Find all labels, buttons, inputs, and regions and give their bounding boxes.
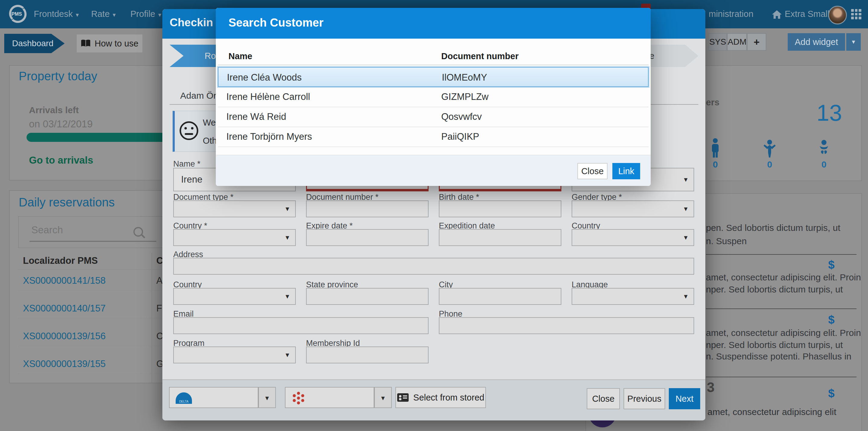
baby-counter: 0 [815, 140, 833, 170]
delta-scanner-icon: DELTA [176, 392, 192, 404]
column-header-name: Name [228, 51, 252, 61]
baby-icon [817, 140, 831, 158]
child-count: 0 [761, 159, 779, 170]
customer-name: Irene Torbjörn Myers [226, 127, 312, 147]
checkin-previous-button[interactable]: Previous [623, 388, 665, 409]
search-icon[interactable] [133, 227, 143, 237]
apps-grid-icon[interactable] [851, 9, 861, 19]
chevron-down-icon: ▼ [683, 293, 689, 300]
how-to-use-button[interactable]: How to use [76, 34, 143, 53]
program-select[interactable]: ▼ [173, 346, 296, 363]
chevron-down-icon: ▼ [284, 234, 290, 241]
search-customer-header: Search Customer [216, 8, 651, 39]
chevron-down-icon: ▼ [683, 206, 689, 213]
state-province-field[interactable] [306, 288, 429, 305]
adult-count: 0 [706, 159, 724, 170]
currency-icon[interactable]: $ [828, 313, 835, 326]
checkin-close-button[interactable]: Close [587, 388, 620, 409]
reservations-col1-header: Localizador PMS [23, 255, 98, 266]
gender-type-select[interactable]: ▼ [571, 201, 694, 217]
nav-item-property[interactable]: Extra Small [785, 9, 829, 19]
travelers-total: 13 [812, 100, 842, 126]
reservation-row-link[interactable]: XS0000000140/157 [23, 303, 105, 314]
search-link-button[interactable]: Link [612, 163, 640, 179]
scanner-dots-caret-button[interactable]: ▼ [374, 387, 392, 408]
travelers-header-fragment: ers [706, 97, 719, 107]
country2-select[interactable]: ▼ [571, 229, 694, 246]
select-from-stored-button[interactable]: Select from stored [395, 387, 486, 408]
scanner-delta-combo[interactable]: DELTA [169, 387, 258, 408]
customer-row[interactable]: Irene Torbjörn Myers PaiiQIKP [218, 127, 649, 147]
nav-item-administration-fragment[interactable]: ministration [709, 9, 753, 19]
breadcrumb-dashboard[interactable]: Dashboard [4, 34, 65, 53]
user-avatar[interactable] [828, 6, 847, 25]
address-field[interactable] [173, 258, 694, 275]
list-item-line: nper. Sed lobortis dictum turpis, ut [706, 284, 843, 295]
list-item-line: n. Suspendisse potenti. Phasellus in [706, 351, 851, 362]
reservation-row-col2-fragment: F [156, 303, 162, 314]
child-icon [763, 140, 776, 158]
select-from-stored-label: Select from stored [413, 393, 484, 403]
reservation-row-link[interactable]: XS0000000139/155 [23, 359, 105, 369]
search-customer-title: Search Customer [228, 16, 323, 29]
column-header-document-number: Document number [441, 51, 519, 61]
adult-icon [709, 138, 721, 158]
customer-document-number: IlOMEoMY [442, 68, 487, 88]
birth-date-field[interactable] [439, 201, 561, 217]
add-widget-button[interactable]: Add widget [788, 33, 845, 51]
country3-select[interactable]: ▼ [173, 288, 296, 305]
chevron-down-icon: ▼ [284, 351, 290, 359]
list-item-line: nper. Sed lobortis dictum turpis, ut [706, 340, 843, 350]
id-card-icon [397, 393, 409, 402]
country-select[interactable]: ▼ [173, 229, 296, 246]
chevron-down-icon: ▼ [284, 293, 290, 300]
child-counter: 0 [761, 140, 779, 170]
scanner-delta-caret-button[interactable]: ▼ [258, 387, 276, 408]
tab-adm[interactable]: ADM [727, 33, 747, 51]
reservations-search-input[interactable] [31, 224, 123, 236]
language-select[interactable]: ▼ [571, 288, 694, 305]
document-type-select[interactable]: ▼ [173, 201, 296, 217]
email-field[interactable] [173, 317, 429, 334]
checkin-next-button[interactable]: Next [669, 388, 700, 409]
expire-date-field[interactable] [306, 229, 429, 246]
chevron-down-icon: ▼ [683, 234, 689, 241]
city-field[interactable] [439, 288, 561, 305]
arrivals-date-label: on 03/12/2019 [29, 118, 93, 130]
customer-row-selected[interactable]: Irene Cléa Woods IlOMEoMY [218, 67, 649, 87]
how-to-use-label: How to use [94, 39, 138, 49]
checkin-modal-title: Checkin [169, 16, 213, 29]
table-header-divider [218, 65, 649, 65]
reservation-row-link[interactable]: XS0000000139/156 [23, 331, 105, 342]
customer-document-number: GIZMPLZw [441, 87, 489, 107]
phone-field[interactable] [439, 317, 694, 334]
currency-icon[interactable]: $ [828, 387, 835, 400]
reservation-row-link[interactable]: XS0000000141/158 [23, 275, 105, 286]
chevron-down-icon: ▼ [284, 206, 290, 213]
nav-item-rate[interactable]: Rate▾ [91, 9, 116, 19]
customer-row[interactable]: Irene Hélène Carroll GIZMPLZw [218, 87, 649, 107]
nav-item-profile[interactable]: Profile▾ [130, 9, 161, 19]
document-number-field[interactable] [306, 201, 429, 217]
expedition-date-field[interactable] [439, 229, 561, 246]
chevron-down-icon: ▼ [683, 176, 689, 183]
nav-item-frontdesk[interactable]: Frontdesk▾ [34, 9, 79, 19]
add-widget-caret-button[interactable]: ▼ [846, 33, 861, 51]
customer-name: Irene Wá Reid [226, 107, 286, 127]
search-close-button[interactable]: Close [577, 163, 608, 179]
go-to-arrivals-link[interactable]: Go to arrivals [29, 155, 93, 166]
list-item-line: amet, consectetur adipiscing elit. Proin [706, 328, 861, 338]
home-icon [771, 10, 782, 21]
membership-id-field[interactable] [306, 346, 429, 363]
scanner-dots-combo[interactable] [285, 387, 374, 408]
arrivals-left-label: Arrivals left [29, 105, 79, 115]
tab-add-plus[interactable]: + [747, 33, 766, 51]
red-dots-scanner-icon [291, 391, 305, 405]
chevron-down-icon: ▾ [158, 11, 161, 18]
pms-logo-icon[interactable]: PMS [8, 4, 27, 24]
book-icon [81, 39, 91, 48]
tab-sys[interactable]: SYS [708, 33, 727, 51]
customer-row[interactable]: Irene Wá Reid Qosvwfcv [218, 107, 649, 127]
currency-icon[interactable]: $ [828, 258, 835, 271]
customer-name: Irene Hélène Carroll [226, 87, 310, 107]
